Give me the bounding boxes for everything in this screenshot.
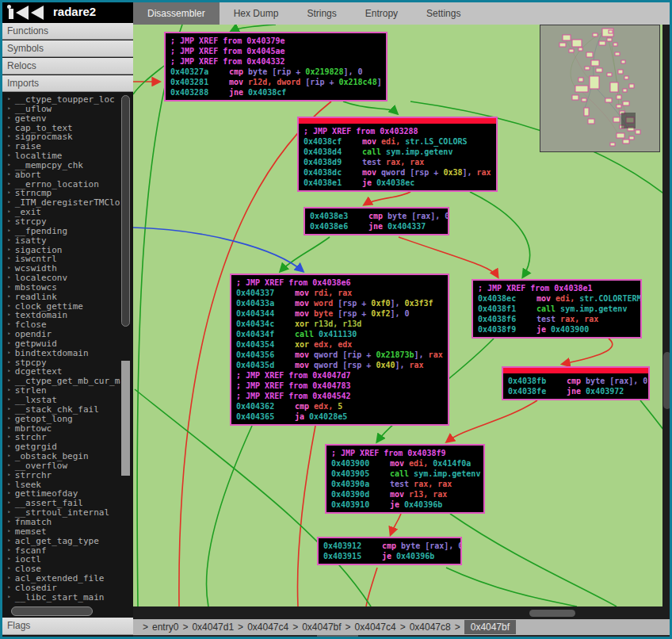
sidebar-import-item[interactable]: ‣_obstack_begin bbox=[0, 451, 120, 461]
sidebar-import-item[interactable]: ‣ioctl bbox=[0, 554, 120, 564]
breadcrumb-current[interactable]: 0x4047bf bbox=[464, 620, 516, 634]
sidebar-import-item[interactable]: ‣__strtoul_internal bbox=[0, 507, 120, 517]
graph-hscroll-track[interactable] bbox=[133, 606, 672, 619]
sidebar-import-item[interactable]: ‣fnmatch bbox=[0, 517, 120, 526]
sidebar-import-item[interactable]: ‣mbrtowc bbox=[0, 423, 120, 433]
sidebar-import-item[interactable]: ‣__uflow bbox=[0, 104, 120, 113]
basic-block-0x4038e3[interactable]: 0x4038e3cmp byte [rax], 00x4038e6jne 0x4… bbox=[304, 207, 449, 235]
instruction-line: 0x403281mov r12d, dword [rip + 0x218c48] bbox=[170, 77, 381, 87]
sidebar-import-item[interactable]: ‣__overflow bbox=[0, 461, 120, 470]
basic-block-0x40327a[interactable]: ; JMP XREF from 0x40379e; JMP XREF from … bbox=[164, 32, 388, 101]
sidebar-hscroll-thumb[interactable] bbox=[11, 606, 93, 616]
sidebar-import-item[interactable]: ‣__ctype_get_mb_cur_max bbox=[0, 376, 120, 385]
tab-settings[interactable]: Settings bbox=[412, 2, 475, 25]
sidebar-import-item[interactable]: ‣acl_extended_file bbox=[0, 573, 120, 583]
graph-vscroll-thumb[interactable] bbox=[663, 352, 671, 409]
sidebar-section-relocs[interactable]: Relocs bbox=[0, 58, 133, 75]
sidebar-import-item[interactable]: ‣localtime bbox=[0, 151, 120, 160]
sidebar-import-item[interactable]: ‣strlen bbox=[0, 385, 120, 395]
sidebar-import-item[interactable]: ‣textdomain bbox=[0, 310, 120, 320]
sidebar-import-item[interactable]: ‣acl_get_tag_type bbox=[0, 536, 120, 545]
sidebar-import-item[interactable]: ‣raise bbox=[0, 141, 120, 151]
graph-hscroll-thumb[interactable] bbox=[529, 610, 575, 617]
graph-edge-red bbox=[563, 339, 613, 364]
sidebar-import-item[interactable]: ‣readlink bbox=[0, 292, 120, 301]
sidebar-import-item[interactable]: ‣fscanf bbox=[0, 545, 120, 555]
sidebar-import-item[interactable]: ‣close bbox=[0, 564, 120, 573]
sidebar-section-functions[interactable]: Functions bbox=[0, 23, 133, 40]
sidebar-vscroll-thumb[interactable] bbox=[121, 95, 130, 327]
sidebar-import-item[interactable]: ‣opendir bbox=[0, 329, 120, 339]
instruction-line: 0x404365ja 0x4028e5 bbox=[236, 411, 443, 422]
breadcrumb-item[interactable]: 0x4047c8 bbox=[410, 622, 451, 633]
basic-block-0x403912[interactable]: 0x403912cmp byte [rax], 00x403915je 0x40… bbox=[317, 537, 462, 565]
basic-block-0x404337[interactable]: ; JMP XREF from 0x4038e60x404337mov rdi,… bbox=[230, 274, 449, 426]
minimap-block bbox=[624, 76, 628, 79]
sidebar-import-item[interactable]: ‣strncmp bbox=[0, 188, 120, 197]
minimap-block bbox=[605, 98, 612, 102]
sidebar-import-item[interactable]: ‣mbstowcs bbox=[0, 282, 120, 292]
instruction-line: 0x4038e6jne 0x404337 bbox=[310, 221, 443, 231]
sidebar-import-item[interactable]: ‣wcswidth bbox=[0, 263, 120, 273]
sidebar-vscroll-track[interactable] bbox=[121, 361, 130, 476]
sidebar-section-symbols[interactable]: Symbols bbox=[0, 40, 133, 57]
sidebar-import-item[interactable]: ‣strcpy bbox=[0, 216, 120, 226]
sidebar-import-item[interactable]: ‣memset bbox=[0, 526, 120, 536]
graph-edge-green bbox=[206, 426, 252, 606]
sidebar-import-item[interactable]: ‣dcgettext bbox=[0, 366, 120, 376]
sidebar-import-item[interactable]: ‣isatty bbox=[0, 235, 120, 245]
graph-vscroll-track[interactable] bbox=[662, 25, 672, 606]
sidebar-import-item[interactable]: ‣fclose bbox=[0, 320, 120, 329]
tab-entropy[interactable]: Entropy bbox=[351, 2, 412, 25]
tab-hex-dump[interactable]: Hex Dump bbox=[220, 2, 293, 25]
sidebar-import-item[interactable]: ‣strrchr bbox=[0, 470, 120, 480]
sidebar-import-item[interactable]: ‣lseek bbox=[0, 480, 120, 489]
basic-block-0x4038cf[interactable]: ; JMP XREF from 0x4032880x4038cfmov edi,… bbox=[297, 117, 498, 192]
sidebar-section-flags[interactable]: Flags bbox=[0, 618, 133, 635]
sidebar-import-item[interactable]: ‣clock_gettime bbox=[0, 301, 120, 311]
sidebar-import-item[interactable]: ‣__fpending bbox=[0, 226, 120, 235]
sidebar-import-item[interactable]: ‣cap_to_text bbox=[0, 123, 120, 132]
sidebar-import-item[interactable]: ‣_exit bbox=[0, 207, 120, 216]
minimap-block bbox=[636, 130, 640, 134]
breadcrumb-item[interactable]: 0x4047c4 bbox=[355, 622, 396, 633]
sidebar-import-item[interactable]: ‣strchr bbox=[0, 432, 120, 442]
breadcrumb-item[interactable]: 0x4047d1 bbox=[192, 622, 234, 633]
sidebar-import-item[interactable]: ‣closedir bbox=[0, 583, 120, 592]
sidebar-import-item[interactable]: ‣__mempcpy_chk bbox=[0, 160, 120, 170]
sidebar-import-item[interactable]: ‣getpwuid bbox=[0, 339, 120, 348]
disassembly-graph[interactable]: ; JMP XREF from 0x40379e; JMP XREF from … bbox=[133, 25, 662, 606]
sidebar-import-item[interactable]: ‣abort bbox=[0, 170, 120, 179]
breadcrumb-item[interactable]: 0x4047c4 bbox=[247, 622, 288, 633]
tab-strings[interactable]: Strings bbox=[292, 2, 350, 25]
breadcrumb-item[interactable]: 0x4047bf bbox=[302, 622, 341, 633]
sidebar-import-item[interactable]: ‣iswcntrl bbox=[0, 254, 120, 263]
basic-block-0x4038fb[interactable]: 0x4038fbcmp byte [rax], 00x4038fejne 0x4… bbox=[502, 366, 650, 400]
sidebar-import-item[interactable]: ‣getopt_long bbox=[0, 414, 120, 423]
sidebar-import-item[interactable]: ‣__stack_chk_fail bbox=[0, 404, 120, 414]
sidebar-import-item[interactable]: ‣sigaction bbox=[0, 245, 120, 254]
sidebar-import-item[interactable]: ‣localeconv bbox=[0, 273, 120, 282]
sidebar-import-item[interactable]: ‣getenv bbox=[0, 113, 120, 123]
sidebar-import-item[interactable]: ‣stpcpy bbox=[0, 358, 120, 367]
sidebar-import-item[interactable]: ‣__libc_start_main bbox=[0, 592, 120, 602]
sidebar-section-imports[interactable]: Imports bbox=[0, 75, 133, 92]
basic-block-0x403900[interactable]: ; JMP XREF from 0x4038f90x403900mov edi,… bbox=[325, 444, 485, 514]
breadcrumb-item[interactable]: entry0 bbox=[152, 622, 178, 633]
graph-minimap[interactable] bbox=[540, 25, 660, 152]
sidebar-import-item[interactable]: ‣getgrgid bbox=[0, 442, 120, 451]
sidebar-import-item[interactable]: ‣__ctype_toupper_loc bbox=[0, 94, 120, 104]
tab-disassembler[interactable]: Disassembler bbox=[133, 2, 220, 25]
sidebar-import-item[interactable]: ‣_ITM_deregisterTMClone bbox=[0, 197, 120, 207]
window-hscroll-thumb[interactable] bbox=[317, 635, 358, 638]
sidebar-import-item[interactable]: ‣bindtextdomain bbox=[0, 348, 120, 358]
sidebar-import-item[interactable]: ‣__errno_location bbox=[0, 179, 120, 189]
minimap-viewport[interactable] bbox=[621, 113, 636, 128]
sidebar-import-item[interactable]: ‣sigprocmask bbox=[0, 132, 120, 141]
expand-arrow-icon: ‣ bbox=[7, 462, 11, 469]
window-hscroll-track[interactable] bbox=[133, 635, 670, 639]
sidebar-import-item[interactable]: ‣__assert_fail bbox=[0, 498, 120, 507]
sidebar-import-item[interactable]: ‣__lxstat bbox=[0, 395, 120, 404]
sidebar-import-item[interactable]: ‣gettimeofday bbox=[0, 488, 120, 498]
basic-block-0x4038ec[interactable]: ; JMP XREF from 0x4038e10x4038ecmov edi,… bbox=[472, 279, 642, 339]
